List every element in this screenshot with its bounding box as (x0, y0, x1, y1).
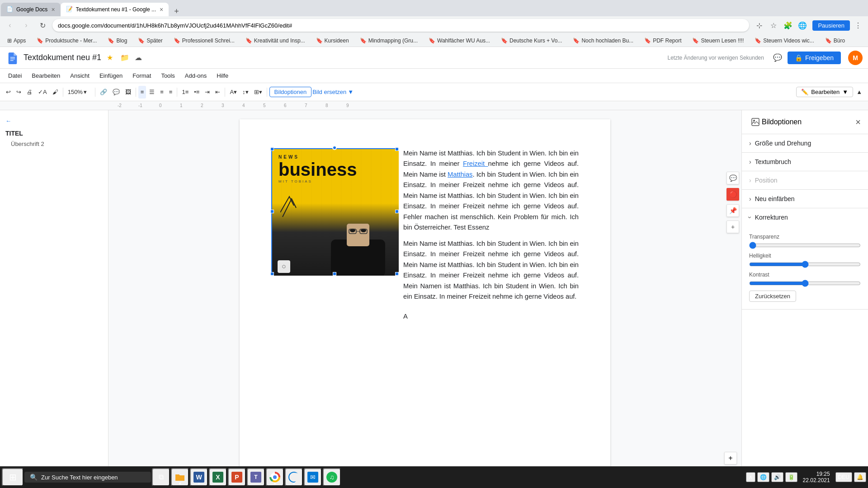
tab-textdokument[interactable]: 📝 Textdokument neu #1 - Google ... × (61, 3, 169, 16)
outline-h2-item[interactable]: Überschrift 2 (11, 141, 103, 147)
task-view-button[interactable]: ⧉ (152, 468, 170, 486)
menu-hilfe[interactable]: Hilfe (212, 70, 233, 81)
back-button[interactable]: ‹ (4, 19, 16, 32)
bookmark-mindmapping[interactable]: 🔖 Mindmapping (Gru... (356, 37, 421, 45)
taskbar-powerpoint[interactable]: P (228, 468, 246, 486)
helligkeit-slider[interactable] (749, 261, 861, 268)
bookmark-kreativitaet[interactable]: 🔖 Kreativität und Insp... (242, 37, 309, 45)
bookmark-professionell[interactable]: 🔖 Professionell Schrei... (170, 37, 238, 45)
bookmark-blog[interactable]: 🔖 Blog (104, 37, 131, 45)
taskbar-search[interactable]: 🔍 Zur Suche Text hier eingeben (24, 472, 151, 483)
section-position-header[interactable]: › Position (742, 171, 868, 189)
menu-format[interactable]: Format (128, 70, 156, 81)
menu-bearbeiten[interactable]: Bearbeiten (27, 70, 65, 81)
section-neu-einfaerben-header[interactable]: › Neu einfärben (742, 190, 868, 208)
resize-bl[interactable] (270, 272, 274, 276)
bild-ersetzen-button[interactable]: Bild ersetzen ▼ (312, 89, 354, 95)
forward-button[interactable]: › (20, 19, 33, 32)
bearbeiten-button[interactable]: ✏️ Bearbeiten ▼ (796, 87, 853, 97)
bookmark-steuern[interactable]: 🔖 Steuern Lesen !!!! (689, 37, 747, 45)
taskbar-edge[interactable] (285, 468, 303, 486)
cast-button[interactable]: ⊹ (753, 19, 765, 32)
align-justify-button[interactable]: ≡ (167, 86, 175, 99)
resize-bm[interactable] (333, 272, 336, 276)
tray-up-button[interactable]: ∧ (746, 472, 755, 482)
taskbar-excel[interactable]: X (209, 468, 227, 486)
tab-googledocs[interactable]: 📄 Google Docs × (1, 3, 61, 16)
undo-button[interactable]: ↩ (4, 86, 13, 99)
matthias-link[interactable]: Matthias (448, 171, 472, 178)
bullet-list-button[interactable]: •≡ (192, 86, 202, 99)
zoom-selector[interactable]: 150% ▾ (66, 86, 93, 99)
section-textumbruch-header[interactable]: › Textumbruch (742, 153, 868, 171)
notification-button[interactable]: 🔔 (854, 472, 866, 482)
bookmark-spaeter[interactable]: 🔖 Später (134, 37, 166, 45)
doc-area[interactable]: NEWS business MIT TOBIAS (108, 110, 741, 488)
bildoptionen-button[interactable]: Bildoptionen (269, 87, 312, 97)
taskbar-time-date[interactable]: 19:25 22.02.2021 (799, 470, 834, 484)
align-right-button[interactable]: ≡ (158, 86, 166, 99)
collapse-toolbar-button[interactable]: ▲ (854, 86, 864, 99)
taskbar-word[interactable]: W (190, 468, 208, 486)
resize-tr[interactable] (395, 147, 399, 151)
highlight-button[interactable]: A▾ (227, 86, 239, 99)
tray-volume[interactable]: 🔊 (771, 472, 783, 482)
menu-datei[interactable]: Datei (4, 70, 26, 81)
bookmark-kursideen[interactable]: 🔖 Kursideen (312, 37, 353, 45)
comment-button[interactable]: 💬 (110, 86, 122, 99)
cloud-icon[interactable]: ☁ (133, 52, 144, 64)
bookmark-apps[interactable]: ⊞ Apps (4, 37, 29, 45)
freizeit-link[interactable]: Freizeit (463, 160, 488, 167)
tab-close-icon[interactable]: × (51, 6, 55, 13)
transparenz-slider[interactable] (749, 242, 861, 249)
profile-button[interactable]: Pausieren (812, 20, 850, 31)
print-button[interactable]: 🖨 (24, 86, 35, 99)
format-options-button[interactable]: ⊞▾ (252, 86, 264, 99)
start-button[interactable]: ⊞ (2, 468, 24, 486)
comments-button[interactable]: 💬 (771, 52, 784, 64)
bookmark-produktsuche[interactable]: 🔖 Produktsuche - Mer... (33, 37, 100, 45)
resize-br[interactable] (395, 272, 399, 276)
resize-mr[interactable] (395, 210, 399, 213)
taskbar-explorer[interactable] (171, 468, 189, 486)
menu-tools[interactable]: Tools (156, 70, 179, 81)
bildoptionen-close-button[interactable]: × (855, 117, 861, 127)
browser-menu-button[interactable]: ⋮ (852, 19, 864, 32)
translate-button[interactable]: 🌐 (796, 19, 809, 32)
taskbar-teams[interactable]: T (247, 468, 265, 486)
paint-format-button[interactable]: 🖌 (50, 86, 61, 99)
tray-battery[interactable]: 🔋 (785, 472, 797, 482)
bookmark-wahlfaecher[interactable]: 🔖 Wahlfächer WU Aus... (425, 37, 494, 45)
taskbar-mail[interactable]: ✉ (304, 468, 322, 486)
image-button[interactable]: 🖼 (123, 86, 133, 99)
doc-text-content[interactable]: Mein Name ist Matthias. Ich bin Student … (403, 148, 579, 327)
tab-close-icon-2[interactable]: × (160, 6, 163, 13)
menu-einfuegen[interactable]: Einfügen (95, 70, 127, 81)
redo-button[interactable]: ↪ (14, 86, 24, 99)
sidebar-back-button[interactable]: ← (5, 117, 103, 124)
bottom-add-button[interactable]: + (724, 452, 737, 465)
bookmark-steuern-videos[interactable]: 🔖 Steuern Videos wic... (751, 37, 818, 45)
indent-button[interactable]: ⇥ (203, 86, 212, 99)
top-resize-handle[interactable] (332, 145, 337, 150)
reload-button[interactable]: ↻ (36, 19, 49, 32)
linespacing-button[interactable]: ↕▾ (240, 86, 251, 99)
right-edge-color-button[interactable]: 🔴 (726, 188, 739, 201)
menu-ansicht[interactable]: Ansicht (66, 70, 94, 81)
right-edge-pin-button[interactable]: 📌 (726, 204, 739, 217)
extensions-button[interactable]: 🧩 (782, 19, 794, 32)
outdent-button[interactable]: ⇤ (213, 86, 222, 99)
align-center-button[interactable]: ☰ (147, 86, 157, 99)
spellcheck-button[interactable]: ✓A (36, 86, 49, 99)
address-input[interactable] (52, 19, 749, 32)
taskbar-chrome[interactable] (266, 468, 284, 486)
taskbar-spotify[interactable]: ♫ (323, 468, 341, 486)
bookmark-button[interactable]: ☆ (767, 19, 780, 32)
doc-image-container[interactable]: NEWS business MIT TOBIAS (271, 148, 398, 275)
right-edge-chat-button[interactable]: 💬 (726, 172, 739, 184)
kontrast-slider[interactable] (749, 280, 861, 287)
right-edge-plus-button[interactable]: + (726, 221, 739, 233)
align-left-button[interactable]: ≡ (138, 86, 146, 99)
share-button[interactable]: 🔒 Freigeben (788, 52, 841, 64)
new-tab-button[interactable]: + (170, 7, 183, 16)
